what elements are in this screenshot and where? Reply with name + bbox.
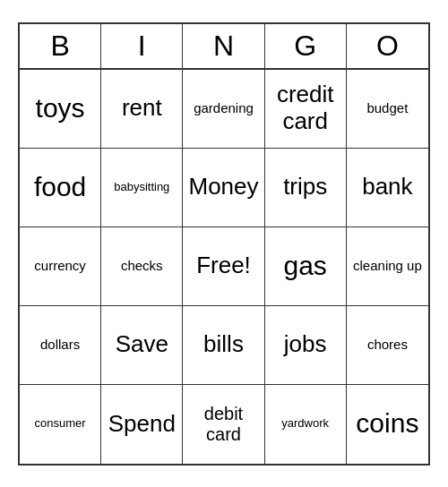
cell-text-7: Money	[188, 174, 258, 201]
cell-text-16: Save	[116, 331, 168, 358]
cell-text-21: Spend	[108, 411, 176, 438]
cell-text-6: babysitting	[114, 181, 169, 194]
cell-text-14: cleaning up	[353, 258, 422, 273]
header-letter-i: I	[101, 24, 183, 68]
bingo-cell-4: budget	[347, 70, 428, 149]
bingo-cell-21: Spend	[101, 385, 183, 464]
bingo-cell-6: babysitting	[101, 149, 183, 227]
bingo-grid: toysrentgardeningcredit cardbudgetfoodba…	[20, 70, 428, 464]
bingo-cell-9: bank	[347, 149, 428, 227]
cell-text-23: yardwork	[281, 417, 329, 431]
cell-text-24: coins	[356, 408, 418, 440]
cell-text-11: checks	[121, 258, 163, 273]
bingo-cell-5: food	[20, 149, 101, 227]
cell-text-4: budget	[366, 100, 408, 115]
bingo-cell-13: gas	[265, 227, 347, 306]
cell-text-8: trips	[283, 174, 327, 201]
bingo-cell-11: checks	[101, 227, 183, 306]
bingo-cell-14: cleaning up	[347, 227, 428, 306]
cell-text-5: food	[34, 172, 86, 203]
cell-text-0: toys	[36, 93, 85, 124]
bingo-cell-20: consumer	[20, 385, 101, 464]
bingo-cell-23: yardwork	[265, 385, 347, 464]
bingo-cell-19: chores	[347, 306, 428, 385]
cell-text-22: debit card	[186, 404, 260, 445]
bingo-cell-3: credit card	[265, 70, 347, 149]
cell-text-15: dollars	[40, 337, 80, 352]
bingo-card: BINGO toysrentgardeningcredit cardbudget…	[18, 22, 430, 466]
bingo-cell-1: rent	[101, 70, 183, 149]
cell-text-12: Free!	[196, 252, 251, 279]
cell-text-10: currency	[34, 258, 86, 273]
cell-text-13: gas	[284, 251, 327, 282]
header-letter-b: B	[20, 24, 101, 68]
header-letter-g: G	[265, 24, 347, 68]
bingo-cell-15: dollars	[20, 306, 101, 385]
bingo-cell-24: coins	[347, 385, 428, 464]
cell-text-17: bills	[203, 331, 244, 358]
bingo-cell-10: currency	[20, 227, 101, 306]
cell-text-9: bank	[362, 174, 412, 201]
bingo-cell-17: bills	[183, 306, 264, 385]
bingo-cell-8: trips	[265, 149, 347, 227]
bingo-cell-2: gardening	[183, 70, 264, 149]
cell-text-2: gardening	[194, 100, 254, 115]
cell-text-18: jobs	[284, 331, 327, 358]
bingo-cell-0: toys	[20, 70, 101, 149]
bingo-cell-16: Save	[101, 306, 183, 385]
bingo-cell-22: debit card	[183, 385, 264, 464]
header-letter-n: N	[183, 24, 264, 68]
cell-text-3: credit card	[269, 81, 342, 135]
bingo-header: BINGO	[20, 24, 428, 70]
cell-text-19: chores	[367, 337, 408, 352]
bingo-cell-7: Money	[183, 149, 264, 227]
header-letter-o: O	[347, 24, 428, 68]
bingo-cell-18: jobs	[265, 306, 347, 385]
cell-text-1: rent	[122, 95, 162, 122]
bingo-cell-12: Free!	[183, 227, 264, 306]
cell-text-20: consumer	[35, 417, 86, 431]
